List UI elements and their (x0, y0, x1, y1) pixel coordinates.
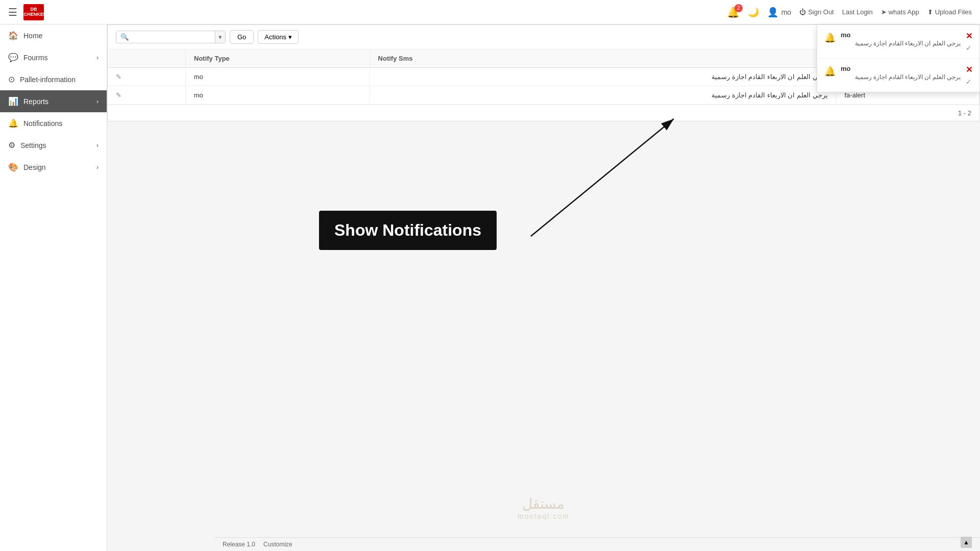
design-icon: 🎨 (8, 162, 18, 172)
notification-message-1: يرجي العلم ان الاربعاء القادم اجازة رسمي… (841, 73, 961, 81)
notification-message-0: يرجي العلم ان الاربعاء القادم اجازة رسمي… (841, 40, 961, 47)
sidebar-item-pallet-information[interactable]: ⊙ Pallet-information (0, 68, 107, 90)
customize-link[interactable]: Customize (263, 541, 292, 548)
settings-icon: ⚙ (8, 140, 15, 150)
notification-alert-icon-1: 🔔 (824, 66, 836, 77)
edit-icon-1[interactable]: ✎ (116, 91, 121, 99)
whatsapp-label: whats App (889, 8, 919, 16)
notification-check-button-0[interactable]: ✓ (966, 44, 972, 52)
notification-close-button-1[interactable]: ✕ (966, 65, 972, 74)
logo: DBSCHENKER (23, 4, 44, 20)
sidebar-item-design[interactable]: 🎨 Design › (0, 156, 107, 178)
notification-item-0: 🔔 mo يرجي العلم ان الاربعاء القادم اجازة… (817, 25, 979, 59)
footer: Release 1.0 Customize ▲ (214, 537, 980, 551)
sidebar-item-label-fourms: Fourms (23, 54, 47, 62)
search-dropdown-button[interactable]: ▾ (215, 31, 225, 43)
sign-out-button[interactable]: ⏻ Sign Out (799, 8, 834, 16)
release-label: Release 1.0 (223, 541, 255, 548)
notification-close-button-0[interactable]: ✕ (966, 31, 972, 41)
upload-label: Upload Files (935, 8, 972, 16)
chevron-right-icon-design: › (96, 164, 99, 171)
svg-line-1 (531, 119, 674, 236)
watermark: مستقل mostaql.com (518, 495, 569, 520)
col-header-actions (108, 49, 186, 68)
scroll-top-button[interactable]: ▲ (961, 537, 972, 548)
actions-button[interactable]: Actions ▾ (258, 30, 299, 44)
sign-out-label: Sign Out (808, 8, 834, 16)
notification-actions-0: ✕ ✓ (966, 31, 972, 52)
watermark-arabic: مستقل (522, 496, 565, 512)
chevron-right-icon-reports: › (96, 98, 99, 105)
sign-out-icon: ⏻ (799, 8, 806, 16)
chevron-right-icon-settings: › (96, 142, 99, 149)
username: mo (781, 8, 791, 16)
pallet-icon: ⊙ (8, 74, 15, 84)
table-cell-notify-type-0: mo (186, 68, 370, 86)
pagination-label: 1 - 2 (958, 109, 971, 117)
whatsapp-icon: ➤ (881, 8, 887, 16)
header-left: ☰ DBSCHENKER (8, 4, 44, 20)
table-cell-edit-1: ✎ (108, 86, 186, 105)
search-input[interactable] (133, 31, 215, 43)
edit-icon-0[interactable]: ✎ (116, 73, 121, 81)
table-cell-notify-sms-1: يرجي العلم ان الاربعاء القادم اجازة رسمي… (370, 86, 836, 105)
notification-user-0: mo (841, 31, 961, 39)
sidebar-item-label-pallet: Pallet-information (20, 76, 76, 84)
hamburger-icon[interactable]: ☰ (8, 6, 17, 18)
last-login-label: Last Login (842, 8, 873, 16)
main-content: 🔍 ▾ Go Actions ▾ Notify Type Noti (107, 24, 980, 551)
user-section: 👤 mo (767, 7, 791, 18)
table-cell-edit-0: ✎ (108, 68, 186, 86)
sidebar-item-settings[interactable]: ⚙ Settings › (0, 134, 107, 156)
search-container: 🔍 ▾ (116, 31, 226, 43)
user-icon: 👤 (767, 7, 778, 18)
sidebar-item-label-reports: Reports (23, 97, 48, 106)
footer-right: ▲ (961, 537, 972, 548)
col-header-notify-type: Notify Type (186, 49, 370, 68)
layout: 🏠 Home 💬 Fourms › ⊙ Pallet-information 📊… (0, 24, 980, 551)
chevron-right-icon: › (96, 54, 99, 61)
sidebar-item-home[interactable]: 🏠 Home (0, 24, 107, 46)
notification-user-1: mo (841, 65, 961, 72)
notification-dropdown: 🔔 mo يرجي العلم ان الاربعاء القادم اجازة… (817, 24, 980, 92)
notification-content-0: mo يرجي العلم ان الاربعاء القادم اجازة ر… (841, 31, 961, 47)
upload-icon: ⬆ (927, 8, 933, 16)
table-cell-notify-type-1: mo (186, 86, 370, 105)
sidebar-item-label-design: Design (23, 163, 46, 171)
sidebar-item-notifications[interactable]: 🔔 Notifications (0, 112, 107, 134)
last-login-button[interactable]: Last Login (842, 8, 873, 16)
watermark-latin: mostaql.com (518, 512, 569, 520)
sidebar-item-label-settings: Settings (20, 141, 46, 149)
search-icon-button[interactable]: 🔍 (116, 31, 133, 43)
show-notifications-tooltip: Show Notifications (319, 211, 497, 250)
actions-chevron-icon: ▾ (288, 33, 292, 41)
dark-mode-icon[interactable]: 🌙 (748, 7, 759, 18)
notifications-icon: 🔔 (8, 118, 18, 128)
notification-item-1: 🔔 mo يرجي العلم ان الاربعاء القادم اجازة… (817, 59, 979, 92)
sidebar-item-reports[interactable]: 📊 Reports › (0, 90, 107, 112)
fourms-icon: 💬 (8, 53, 18, 62)
notification-bell[interactable]: 🔔 2 (727, 6, 740, 18)
home-icon: 🏠 (8, 31, 18, 40)
notification-bell-icon-0: 🔔 (824, 32, 836, 43)
upload-files-button[interactable]: ⬆ Upload Files (927, 8, 972, 16)
notification-content-1: mo يرجي العلم ان الاربعاء القادم اجازة ر… (841, 65, 961, 81)
table-cell-notify-sms-0: يرجي العلم ان الاربعاء القادم اجازة رسمي… (370, 68, 836, 86)
pagination: 1 - 2 (108, 105, 979, 121)
sidebar-item-label-home: Home (23, 32, 42, 40)
col-header-notify-sms: Notify Sms (370, 49, 836, 68)
sidebar-item-label-notifications: Notifications (23, 119, 62, 128)
whatsapp-button[interactable]: ➤ whats App (881, 8, 919, 16)
notification-badge: 2 (734, 4, 743, 12)
reports-icon: 📊 (8, 96, 18, 106)
actions-label: Actions (264, 33, 286, 41)
sidebar: 🏠 Home 💬 Fourms › ⊙ Pallet-information 📊… (0, 24, 107, 551)
go-button[interactable]: Go (230, 30, 254, 44)
sidebar-item-fourms[interactable]: 💬 Fourms › (0, 46, 107, 68)
header: ☰ DBSCHENKER 🔔 2 🌙 👤 mo ⏻ Sign Out Last … (0, 0, 980, 24)
notification-check-button-1[interactable]: ✓ (966, 78, 972, 86)
header-right: 🔔 2 🌙 👤 mo ⏻ Sign Out Last Login ➤ whats… (727, 6, 972, 18)
notification-actions-1: ✕ ✓ (966, 65, 972, 86)
